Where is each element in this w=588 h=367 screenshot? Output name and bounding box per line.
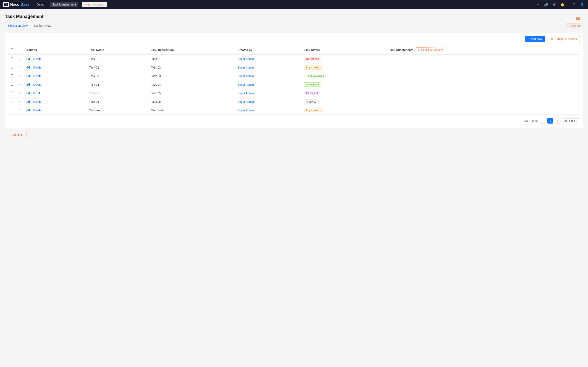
- edit-button[interactable]: Edit: [26, 57, 31, 60]
- row-checkbox[interactable]: [11, 100, 13, 103]
- row-checkbox-cell[interactable]: [8, 55, 16, 63]
- add-new-button[interactable]: + Add new: [525, 36, 545, 42]
- bell-icon[interactable]: 🔔: [560, 3, 565, 7]
- configure-columns-label: Configure columns: [421, 48, 443, 51]
- prev-page-button[interactable]: ‹: [540, 118, 546, 124]
- pencil-icon[interactable]: ✏: [536, 3, 540, 7]
- edit-button[interactable]: Edit: [26, 66, 31, 69]
- row-attachments: [387, 106, 580, 115]
- creator-link[interactable]: Super Admin: [237, 83, 254, 86]
- creator-link[interactable]: Super Admin: [237, 57, 254, 60]
- table-body: 1 Edit Delete Task 01 Task 01 Super Admi…: [8, 55, 580, 115]
- per-page-selector[interactable]: 20 / page ⌄: [562, 118, 580, 123]
- row-task-status: In progress: [301, 106, 387, 115]
- nav-task-management[interactable]: Task Management: [50, 2, 78, 7]
- row-checkbox-cell[interactable]: [8, 106, 16, 115]
- brand-base: Base: [21, 2, 29, 7]
- row-checkbox-cell[interactable]: [8, 72, 16, 80]
- row-task-description: Task 01: [148, 55, 235, 63]
- hamburger-menu[interactable]: [576, 17, 580, 20]
- table-row: 4 Edit Delete Task 04 Task 04 Super Admi…: [8, 80, 580, 89]
- row-checkbox[interactable]: [11, 109, 13, 111]
- settings-icon[interactable]: ⚙: [552, 3, 557, 7]
- edit-button[interactable]: Edit: [26, 92, 31, 95]
- delete-button[interactable]: Delete: [33, 83, 42, 86]
- add-tab-button[interactable]: + Add tab: [567, 23, 583, 28]
- edit-button[interactable]: Edit: [26, 109, 31, 112]
- brand-logo[interactable]: NocoBase: [3, 2, 29, 7]
- row-actions: Edit Delete: [24, 98, 87, 106]
- brand-icon: [3, 2, 9, 7]
- edit-button[interactable]: Edit: [26, 100, 31, 103]
- row-checkbox-cell[interactable]: [8, 80, 16, 89]
- help-icon[interactable]: ?: [572, 3, 577, 6]
- row-created-by: Super Admin: [235, 72, 301, 80]
- row-actions: Edit Delete: [24, 63, 87, 72]
- row-checkbox[interactable]: [11, 92, 13, 94]
- creator-link[interactable]: Super Admin: [237, 66, 254, 69]
- add-menu-button[interactable]: + Add menu item: [82, 2, 107, 7]
- delete-button[interactable]: Delete: [33, 100, 42, 103]
- row-task-status: Not started: [301, 55, 387, 63]
- configure-actions-button[interactable]: ⚙ Configure actions: [548, 36, 580, 42]
- table-row: 7 Edit Delete Task float Task float Supe…: [8, 106, 580, 115]
- row-number: 4: [16, 80, 24, 89]
- tabs-row: Collection View Kanban View + Add tab: [5, 22, 583, 29]
- configure-actions-label: Configure actions: [554, 37, 577, 41]
- creator-link[interactable]: Super Admin: [237, 75, 254, 78]
- row-checkbox[interactable]: [11, 57, 13, 60]
- row-created-by: Super Admin: [235, 98, 301, 106]
- row-task-description: Task float: [148, 106, 235, 115]
- status-badge: To be reviewed: [304, 74, 326, 78]
- row-checkbox[interactable]: [11, 75, 13, 77]
- edit-button[interactable]: Edit: [26, 75, 31, 78]
- row-created-by: Super Admin: [235, 89, 301, 98]
- row-actions: Edit Delete: [24, 89, 87, 98]
- task-table: Actions Task Name Task Description Creat…: [8, 45, 580, 115]
- row-created-by: Super Admin: [235, 55, 301, 63]
- row-checkbox-cell[interactable]: [8, 63, 16, 72]
- user-icon[interactable]: 👤: [580, 3, 585, 7]
- select-all-checkbox[interactable]: [11, 48, 13, 51]
- row-task-description: Task 02: [148, 63, 235, 72]
- row-created-by: Super Admin: [235, 63, 301, 72]
- delete-button[interactable]: Delete: [33, 66, 42, 69]
- brand-noco: Noco: [10, 2, 19, 7]
- table-row: 3 Edit Delete Task 03 Task 03 Super Admi…: [8, 72, 580, 80]
- next-page-button[interactable]: ›: [555, 118, 561, 124]
- row-task-status: To be reviewed: [301, 72, 387, 80]
- add-block-button[interactable]: + Add block: [5, 132, 27, 138]
- delete-button[interactable]: Delete: [33, 92, 42, 95]
- checkbox-header[interactable]: [8, 45, 16, 55]
- table-row: 6 Edit Delete Task 06 Task 06 Super Admi…: [8, 98, 580, 106]
- status-badge: Completed: [304, 82, 321, 87]
- row-task-status: In progress: [301, 63, 387, 72]
- delete-button[interactable]: Delete: [33, 75, 42, 78]
- row-attachments: [387, 80, 580, 89]
- delete-button[interactable]: Delete: [33, 57, 42, 60]
- link-icon[interactable]: 🔗: [544, 3, 549, 7]
- row-checkbox[interactable]: [11, 83, 13, 86]
- creator-link[interactable]: Super Admin: [237, 109, 254, 112]
- th-task-status: Task Status: [301, 45, 387, 55]
- row-checkbox-cell[interactable]: [8, 98, 16, 106]
- total-items-label: Total 7 items: [522, 119, 538, 122]
- gear-configure-icon: ⚙: [417, 48, 420, 51]
- table-row: 2 Edit Delete Task 02 Task 02 Super Admi…: [8, 63, 580, 72]
- edit-button[interactable]: Edit: [26, 83, 31, 86]
- row-checkbox-cell[interactable]: [8, 89, 16, 98]
- delete-button[interactable]: Delete: [33, 109, 42, 112]
- tab-collection-view[interactable]: Collection View: [5, 22, 31, 29]
- configure-columns-button[interactable]: ⚙ Configure columns: [415, 47, 446, 52]
- row-checkbox[interactable]: [11, 66, 13, 68]
- nav-demo[interactable]: Demo: [34, 2, 47, 7]
- row-task-name: Task 06: [87, 98, 149, 106]
- toolbar: + Add new ⚙ Configure actions: [8, 36, 580, 42]
- row-actions: Edit Delete: [24, 106, 87, 115]
- tab-kanban-view[interactable]: Kanban View: [31, 22, 54, 29]
- current-page-button[interactable]: 1: [547, 118, 553, 124]
- creator-link[interactable]: Super Admin: [237, 100, 254, 103]
- row-attachments: [387, 89, 580, 98]
- creator-link[interactable]: Super Admin: [237, 92, 254, 95]
- per-page-chevron-icon: ⌄: [576, 119, 578, 122]
